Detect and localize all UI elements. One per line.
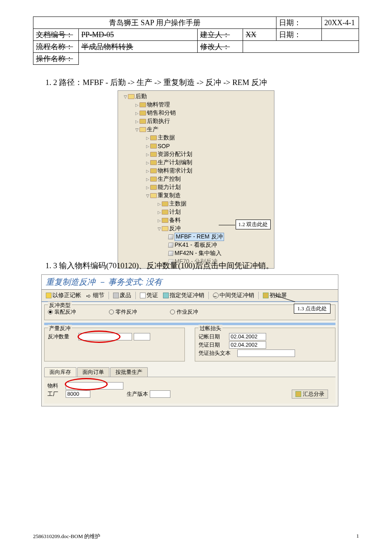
tree-node-production[interactable]: 生产 (118, 125, 274, 134)
expand-icon[interactable] (135, 111, 139, 116)
tree-node[interactable]: 物料管理 (118, 101, 274, 109)
tree-node[interactable]: 后勤执行 (118, 117, 274, 125)
input-version[interactable] (150, 390, 170, 398)
tree-leaf-mfbf[interactable]: MFBF - REM 反冲 (118, 233, 274, 241)
tabstrip: 面向库存 面向订单 按批量生产 (44, 367, 335, 377)
input-headtext[interactable] (237, 350, 295, 357)
input-plant[interactable]: 8000 (66, 390, 90, 398)
minus-circle-icon: − (213, 293, 219, 298)
folder-icon (139, 119, 146, 124)
folder-icon (150, 152, 157, 157)
callout-1-2: 1.2 双击此处 (236, 220, 271, 229)
panel-header: 过帐抬头 记帐日期02.04.2002 凭证日期02.04.2002 凭证抬头文… (195, 328, 335, 361)
tree-node-repeat[interactable]: 重复制造 (118, 191, 274, 200)
folder-icon (162, 210, 168, 215)
expand-icon[interactable] (123, 94, 128, 99)
expand-icon[interactable] (145, 177, 150, 182)
folder-open-icon (139, 127, 146, 132)
tree-node[interactable]: 物料需求计划 (118, 167, 274, 175)
btn-collective-entry[interactable]: 汇总分录 (292, 390, 328, 399)
tree-node[interactable]: 计划 (118, 208, 274, 216)
flow-name: 半成品物料转换 (81, 43, 133, 51)
tree-node[interactable]: 生产计划编制 (118, 158, 274, 167)
expand-icon[interactable] (157, 202, 162, 206)
tree-leaf[interactable]: PK41 - 看板反冲 (118, 241, 274, 249)
date-label-1: 日期： (276, 17, 322, 29)
expand-icon[interactable] (157, 210, 162, 215)
expand-icon[interactable] (145, 169, 150, 173)
folder-icon (162, 218, 168, 223)
tb-detail[interactable]: ➪细节 (85, 291, 106, 300)
label-postdate: 记帐日期 (198, 333, 227, 340)
expand-icon[interactable] (145, 194, 150, 198)
transaction-icon (168, 251, 173, 256)
tree-leaf[interactable]: MF42N - 集中输入 (118, 249, 274, 257)
scrap-icon (113, 293, 119, 298)
folder-icon (150, 135, 157, 140)
flow-label: 流程名称： (36, 43, 73, 51)
tree-node[interactable]: 销售和分销 (118, 109, 274, 117)
radio-assembly[interactable]: 装配反冲 (48, 308, 76, 316)
expand-icon[interactable] (157, 227, 162, 231)
date-label-2: 日期： (276, 29, 322, 41)
group-backflush-type: 反冲类型 装配反冲 零件反冲 作业反冲 (44, 305, 335, 320)
tb-scrap[interactable]: 废品 (111, 291, 133, 300)
input-postdate[interactable]: 02.04.2002 (229, 333, 266, 340)
tree-node[interactable]: 资源分配计划 (118, 150, 274, 158)
creator-label: 建立人： (200, 31, 230, 39)
folder-open-icon (128, 94, 135, 99)
tree-node[interactable]: 能力计划 (118, 183, 274, 191)
expand-icon[interactable] (157, 218, 162, 223)
tree-node[interactable]: SOP (118, 142, 274, 150)
tb-reverse-mid[interactable]: −中间凭证冲销 (211, 291, 256, 300)
input-qty[interactable] (78, 333, 132, 340)
divider-bar (44, 323, 335, 325)
expand-icon[interactable] (135, 128, 139, 132)
doc-no: PP-MD-05 (81, 31, 114, 39)
date-value-1: 20XX-4-1 (322, 17, 359, 29)
expand-icon[interactable] (145, 144, 150, 149)
label-plant: 工厂 (47, 390, 64, 398)
separator (258, 292, 259, 299)
label-docdate: 凭证日期 (198, 341, 227, 349)
radio-component[interactable]: 零件反冲 (109, 308, 137, 316)
label-headtext: 凭证抬头文本 (198, 350, 236, 357)
sap-menu-tree: 后勤 物料管理 销售和分销 后勤执行 生产 主数据 SOP 资源分配计划 生产计… (118, 90, 274, 269)
expand-icon[interactable] (145, 161, 150, 165)
callout-1-3: 1.3 点击此处 (294, 304, 331, 314)
tb-docs[interactable]: 凭证 (138, 291, 160, 300)
radio-icon (170, 309, 175, 314)
input-docdate[interactable]: 02.04.2002 (229, 341, 266, 349)
input-material[interactable] (66, 382, 123, 390)
tree-node-logistics[interactable]: 后勤 (118, 92, 274, 101)
folder-icon (150, 168, 157, 173)
tb-reverse-specific[interactable]: 指定凭证冲销 (161, 291, 206, 300)
tree-node[interactable]: 主数据 (118, 200, 274, 208)
tab-lot[interactable]: 按批量生产 (110, 367, 148, 377)
folder-icon (162, 201, 168, 206)
radio-icon (109, 309, 114, 314)
tree-node[interactable]: 主数据 (118, 134, 274, 142)
page-footer: 2586310209.doc-BOM 的维护 1 (33, 533, 359, 540)
expand-icon[interactable] (135, 103, 139, 107)
radio-selected-icon (48, 309, 53, 314)
tab-order[interactable]: 面向订单 (77, 367, 109, 377)
panel-yield: 产量反冲 反冲数量 (44, 328, 185, 361)
expand-icon[interactable] (135, 119, 139, 124)
expand-icon[interactable] (145, 136, 150, 140)
tree-node[interactable]: 生产控制 (118, 175, 274, 183)
expand-icon[interactable] (145, 152, 150, 157)
folder-icon (150, 185, 157, 190)
radio-activity[interactable]: 作业反冲 (170, 308, 198, 316)
panel-title: 产量反冲 (48, 325, 72, 332)
doc-no-label: 文档编号： (36, 31, 73, 39)
label-qty: 反冲数量 (48, 333, 77, 340)
tab-stock[interactable]: 面向库存 (44, 367, 76, 377)
expand-icon[interactable] (145, 185, 150, 190)
initial-icon (263, 293, 269, 298)
input-uom[interactable] (134, 333, 150, 340)
folder-icon (150, 177, 157, 182)
doc-title: 青岛狮王 SAP 用户操作手册 (33, 17, 276, 29)
tb-correct-post[interactable]: 以修正记帐 (44, 291, 83, 300)
folder-open-icon (162, 226, 168, 231)
